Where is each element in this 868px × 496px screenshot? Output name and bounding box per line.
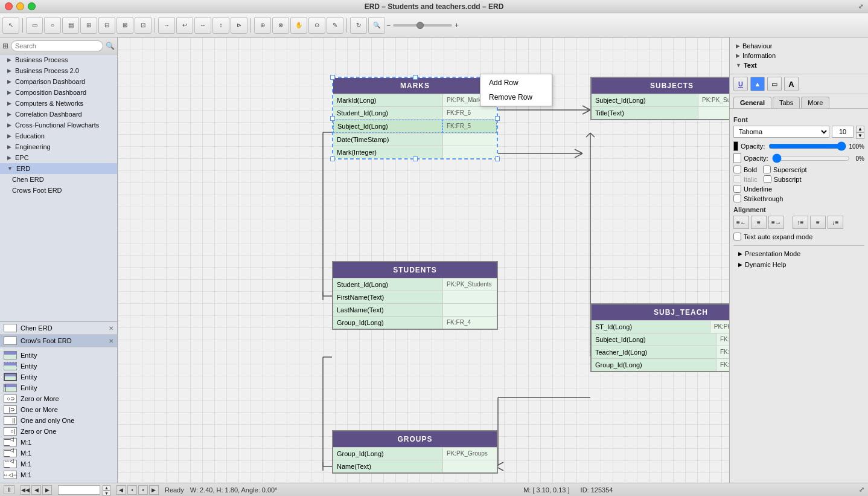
expand-corner-icon[interactable]: ⤢ bbox=[859, 486, 864, 494]
students-row-3[interactable]: Group_Id(Long) FK:FR_4 bbox=[333, 316, 497, 329]
page-prev-btn[interactable]: ◀ bbox=[116, 485, 126, 495]
marks-row-2[interactable]: Subject_Id(Long) FK:FR_5 bbox=[333, 119, 497, 133]
groups-row-1[interactable]: Name(Text) bbox=[333, 460, 497, 472]
zoom-plus-icon[interactable]: + bbox=[455, 21, 459, 30]
pen-tool[interactable]: ✎ bbox=[327, 17, 343, 34]
entity-m1-4[interactable]: ↔◁↔ M:1 bbox=[0, 469, 117, 480]
ellipse-tool[interactable]: ○ bbox=[44, 17, 61, 34]
rp-tab-general[interactable]: General bbox=[733, 97, 771, 108]
entity-m1-1[interactable]: —◁— M:1 bbox=[0, 437, 117, 448]
subj-teach-row-2[interactable]: Teacher_Id(Long) FK:FR_2 bbox=[592, 346, 729, 358]
arrow-tool[interactable]: ⊳ bbox=[231, 17, 247, 34]
students-row-1[interactable]: FirstName(Text) bbox=[333, 291, 497, 303]
superscript-checkbox[interactable] bbox=[763, 166, 771, 173]
sidebar-item-correlation[interactable]: ▶ Correlation Dashboard bbox=[0, 109, 117, 120]
subjects-row-1[interactable]: Title(Text) bbox=[592, 106, 729, 119]
nav-first-btn[interactable]: ◀◀ bbox=[21, 485, 30, 495]
subjects-table[interactable]: SUBJECTS Subject_Id(Long) PK:PK_Subjects… bbox=[590, 77, 729, 120]
entity-zero-more[interactable]: ○⊃ Zero or More bbox=[0, 393, 117, 404]
entity-lines2[interactable]: Entity bbox=[0, 382, 117, 393]
handle-ml[interactable] bbox=[330, 116, 335, 121]
page-mid2-btn[interactable]: ▪ bbox=[138, 485, 148, 495]
handle-br[interactable] bbox=[495, 156, 500, 161]
handle-mr[interactable] bbox=[495, 116, 500, 121]
marks-table[interactable]: MARKS MarkId(Long) PK:PK_Marks Student_I… bbox=[332, 77, 498, 159]
context-menu-remove-row[interactable]: Remove Row bbox=[480, 90, 552, 105]
table-tool[interactable]: ▤ bbox=[62, 17, 79, 34]
rp-tab-more[interactable]: More bbox=[801, 97, 829, 108]
dynamic-help-item[interactable]: ▶ Dynamic Help bbox=[733, 259, 864, 270]
sidebar-item-education[interactable]: ▶ Education bbox=[0, 130, 117, 141]
panel-information[interactable]: ▶ Information bbox=[733, 51, 864, 60]
sidebar-item-crossfunctional[interactable]: ▶ Cross-Functional Flowcharts bbox=[0, 120, 117, 130]
sidebar-item-computers[interactable]: ▶ Computers & Networks bbox=[0, 98, 117, 109]
entity-striped[interactable]: Entity bbox=[0, 361, 117, 372]
subscript-checkbox[interactable] bbox=[764, 175, 771, 183]
opacity-slider-1[interactable] bbox=[768, 143, 846, 150]
students-table[interactable]: STUDENTS Student_Id(Long) PK:PK_Students… bbox=[332, 261, 498, 330]
sidebar-grid-icon[interactable]: ⊞ bbox=[2, 42, 8, 50]
sidebar-item-crows-foot-erd[interactable]: Crows Foot ERD bbox=[0, 185, 117, 196]
align-bottom-btn[interactable]: ↓≡ bbox=[828, 216, 843, 229]
bold-checkbox[interactable] bbox=[733, 166, 741, 173]
underline-checkbox[interactable] bbox=[733, 185, 741, 193]
snap-tool[interactable]: ⊡ bbox=[135, 17, 152, 34]
subj-teach-row-1[interactable]: Subject_Id(Long) FK:FR_3 bbox=[592, 333, 729, 346]
subjects-row-0[interactable]: Subject_Id(Long) PK:PK_Subjects bbox=[592, 94, 729, 106]
sidebar-item-comparison[interactable]: ▶ Comparison Dashboard bbox=[0, 76, 117, 87]
entity-zero-one[interactable]: ○| Zero or One bbox=[0, 426, 117, 437]
page-next-btn[interactable]: ▶ bbox=[149, 485, 159, 495]
zoom-up-btn[interactable]: ▲ bbox=[103, 485, 110, 491]
strikethrough-checkbox[interactable] bbox=[733, 195, 741, 202]
connector-tool[interactable]: → bbox=[158, 17, 175, 34]
subj-teach-row-3[interactable]: Group_Id(Long) FK:FR_1 bbox=[592, 358, 729, 371]
insert-tool[interactable]: ⊞ bbox=[80, 17, 97, 34]
color-swatch-2[interactable] bbox=[733, 153, 741, 163]
tab-chen-erd[interactable]: Chen ERD ✕ bbox=[0, 322, 117, 335]
font-family-select[interactable]: Tahoma Arial Helvetica bbox=[733, 126, 829, 138]
rp-box-icon[interactable]: ▭ bbox=[767, 77, 782, 91]
align-right-btn[interactable]: ≡→ bbox=[768, 216, 784, 229]
entity-one-only[interactable]: || One and only One bbox=[0, 415, 117, 426]
nav-prev-btn[interactable]: ◀ bbox=[31, 485, 41, 495]
rp-highlight-icon[interactable]: ▲ bbox=[750, 77, 765, 91]
ortho-tool[interactable]: ↔ bbox=[194, 17, 211, 34]
groups-row-0[interactable]: Group_Id(Long) PK:PK_Groups bbox=[333, 447, 497, 460]
marks-row-3[interactable]: Date(TimeStamp) bbox=[333, 133, 497, 146]
zoom-input[interactable]: Custom 112% bbox=[58, 485, 100, 495]
students-row-0[interactable]: Student_Id(Long) PK:PK_Students bbox=[333, 278, 497, 291]
opacity-slider-2[interactable] bbox=[772, 155, 850, 162]
maximize-button[interactable] bbox=[28, 2, 36, 10]
zoom-minus-icon[interactable]: − bbox=[386, 21, 391, 30]
rp-tab-tabs[interactable]: Tabs bbox=[773, 97, 800, 108]
select-tool[interactable]: ↖ bbox=[2, 17, 19, 34]
italic-checkbox[interactable] bbox=[733, 175, 741, 183]
zoom-down-btn[interactable]: ▼ bbox=[103, 491, 110, 496]
search-input[interactable] bbox=[11, 40, 103, 51]
presentation-mode-item[interactable]: ▶ Presentation Mode bbox=[733, 248, 864, 259]
rectangle-tool[interactable]: ▭ bbox=[26, 17, 43, 34]
grid-tool[interactable]: ⊠ bbox=[116, 17, 133, 34]
search-icon[interactable]: 🔍 bbox=[106, 42, 115, 50]
font-size-down[interactable]: ▼ bbox=[856, 132, 864, 139]
zoom-out-tool2[interactable]: 🔍 bbox=[368, 17, 385, 34]
handle-bm[interactable] bbox=[413, 156, 418, 161]
hand-tool[interactable]: ✋ bbox=[290, 17, 307, 34]
align-center-btn[interactable]: ≡ bbox=[751, 216, 767, 229]
color-swatch-1[interactable] bbox=[733, 141, 738, 151]
refresh-tool[interactable]: ↻ bbox=[350, 17, 367, 34]
sidebar-item-composition[interactable]: ▶ Composition Dashboard bbox=[0, 87, 117, 98]
entity-m1-3[interactable]: ↔◁— M:1 bbox=[0, 459, 117, 469]
auto-expand-checkbox[interactable] bbox=[733, 233, 741, 240]
rp-underline-icon[interactable]: U bbox=[733, 77, 748, 91]
sidebar-item-business-process-2[interactable]: ▶ Business Process 2.0 bbox=[0, 65, 117, 76]
minimize-button[interactable] bbox=[16, 2, 24, 10]
nav-next-btn[interactable]: ▶ bbox=[42, 485, 52, 495]
sidebar-item-erd[interactable]: ▼ ERD bbox=[0, 163, 117, 174]
marks-row-0[interactable]: MarkId(Long) PK:PK_Marks bbox=[333, 94, 497, 106]
tab-crows-close[interactable]: ✕ bbox=[109, 338, 113, 344]
sidebar-item-chen-erd[interactable]: Chen ERD bbox=[0, 174, 117, 185]
zoom-fit-tool[interactable]: ⊗ bbox=[272, 17, 289, 34]
font-size-input[interactable] bbox=[832, 126, 854, 138]
subj-teach-row-0[interactable]: ST_Id(Long) PK:PK_Subj_Teach bbox=[592, 320, 729, 333]
